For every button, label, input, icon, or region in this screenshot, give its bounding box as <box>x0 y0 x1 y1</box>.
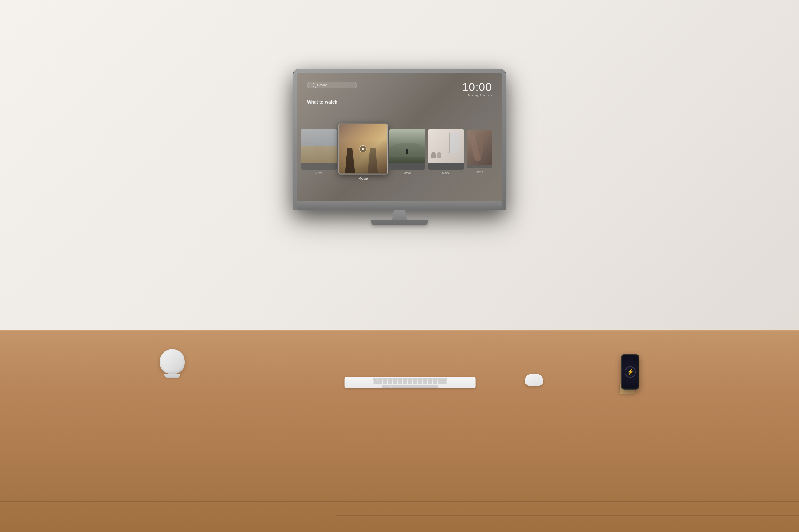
key <box>418 378 423 380</box>
movie-label-5: Movie <box>475 170 483 173</box>
key-spacebar <box>392 385 429 387</box>
movie-label-3: Movie <box>403 172 411 175</box>
keyboard-row-3 <box>347 385 473 387</box>
movie-thumbnail-1 <box>301 129 337 170</box>
key <box>383 381 387 384</box>
movie-card-3[interactable]: Movie <box>389 129 425 175</box>
movie-card-1[interactable]: Movie <box>301 129 337 175</box>
key <box>408 378 413 380</box>
key <box>388 378 393 380</box>
imac-screen-outer: Search 10:00 Monday, 2 January What to w… <box>297 73 502 201</box>
phone: ⚡ <box>621 354 639 390</box>
imac: Search 10:00 Monday, 2 January What to w… <box>293 69 506 225</box>
movie-thumbnail-3 <box>389 129 425 170</box>
imac-bezel: Search 10:00 Monday, 2 January What to w… <box>293 69 506 210</box>
clock-time: 10:00 <box>462 82 492 93</box>
speaker-body <box>160 349 185 374</box>
thumb-people-image <box>339 125 387 174</box>
key <box>398 381 402 384</box>
key <box>373 378 378 380</box>
imac-stand-base <box>371 221 428 225</box>
search-icon-handle <box>314 87 316 88</box>
phone-bolt-ring: ⚡ <box>624 366 636 378</box>
key <box>428 378 433 380</box>
phone-screen: ⚡ <box>622 356 638 388</box>
thumb-rocks-image <box>301 129 337 164</box>
movie-card-5[interactable]: Movie <box>467 130 492 173</box>
key <box>378 378 383 380</box>
imac-stand-neck <box>390 210 409 221</box>
key <box>383 378 388 380</box>
keyboard-row-2 <box>347 381 473 384</box>
key <box>403 381 407 384</box>
thumb-field-image <box>389 129 425 164</box>
screen-content: Search 10:00 Monday, 2 January What to w… <box>297 73 502 201</box>
movie-thumbnail-2 <box>338 124 388 174</box>
mouse <box>525 374 543 386</box>
key <box>428 381 432 384</box>
keyboard-row-1 <box>347 378 473 380</box>
key <box>393 378 398 380</box>
key <box>403 378 407 380</box>
clock-area: 10:00 Monday, 2 January <box>462 82 492 97</box>
play-icon <box>362 147 365 151</box>
key <box>433 381 437 384</box>
key <box>418 381 422 384</box>
search-input-label[interactable]: Search <box>317 83 328 87</box>
room-background: Search 10:00 Monday, 2 January What to w… <box>0 0 799 532</box>
thumb-meeting-image <box>428 129 464 164</box>
movie-label-2: Movie <box>358 176 368 180</box>
desk <box>0 330 799 532</box>
key <box>433 378 438 380</box>
movie-thumbnail-5 <box>467 130 492 168</box>
section-title: What to watch <box>307 99 492 104</box>
key-shift-r <box>430 385 438 387</box>
thumb-hands-image <box>467 130 492 165</box>
key <box>398 378 403 380</box>
keyboard <box>345 377 476 388</box>
clock-date: Monday, 2 January <box>462 94 492 97</box>
search-bar[interactable]: Search <box>307 82 357 88</box>
movie-label-4: Movie <box>442 172 450 175</box>
key <box>393 381 397 384</box>
key-shift-l <box>382 385 391 387</box>
desk-drawer-line2 <box>335 515 799 516</box>
key <box>408 381 412 384</box>
play-button[interactable] <box>360 145 367 152</box>
movie-thumbnail-4 <box>428 129 464 170</box>
movies-row: Movie <box>307 110 492 195</box>
key <box>423 378 428 380</box>
key <box>413 378 418 380</box>
key-tab <box>374 381 382 384</box>
imac-chin <box>297 201 502 210</box>
key-backspace <box>438 378 447 380</box>
key <box>423 381 427 384</box>
movie-label-1: Movie <box>315 172 323 175</box>
speaker-base <box>164 374 180 378</box>
desk-drawer-line <box>0 501 799 502</box>
phone-bolt-icon: ⚡ <box>627 369 634 375</box>
search-icon <box>312 83 315 87</box>
movie-card-2[interactable]: Movie <box>338 124 388 180</box>
smart-speaker <box>160 349 185 378</box>
phone-on-stand: ⚡ <box>621 354 639 394</box>
screen-top-bar: Search 10:00 Monday, 2 January <box>307 82 492 97</box>
key <box>388 381 392 384</box>
key <box>413 381 417 384</box>
imac-screen: Search 10:00 Monday, 2 January What to w… <box>297 73 502 201</box>
movie-card-4[interactable]: Movie <box>428 129 464 175</box>
key-enter <box>438 381 447 384</box>
